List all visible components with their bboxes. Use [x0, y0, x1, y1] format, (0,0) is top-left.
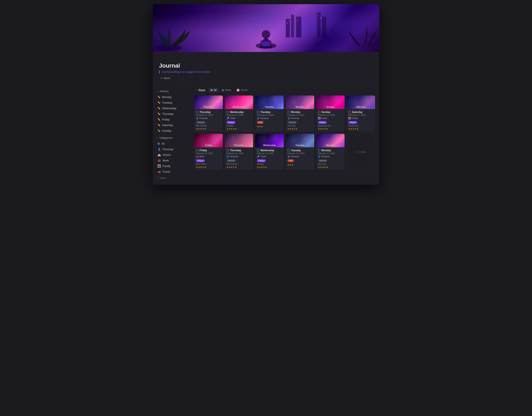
back-button[interactable]: ↩ Back	[159, 76, 172, 80]
card-category: Personal	[227, 155, 252, 158]
week-view-icon: ▦	[222, 89, 224, 91]
sidebar-item-work[interactable]: 💼 Work	[156, 158, 187, 163]
card-monday-2[interactable]: Monday Monday February 12, 2024 Personal…	[316, 134, 345, 170]
card-thursday-1[interactable]: Thursday Thursday February 22, 2024 Pers…	[194, 96, 223, 132]
card-wednesday-2[interactable]: Wednesday Wednesday February 14, 2024 Tr…	[255, 134, 284, 170]
card-body-tuesday-1: Tuesday February 20, 2024 Personal Sad ★…	[255, 109, 284, 129]
sidebar-item-wednesday[interactable]: ✏️ Wednesday	[156, 106, 187, 111]
hero-banner: ✒️	[153, 4, 379, 52]
day-circle	[257, 111, 259, 113]
cards-row-1: Thursday Thursday February 22, 2024 Pers…	[194, 96, 375, 132]
card-mood: Happy	[196, 159, 205, 162]
sidebar-item-thursday[interactable]: ✏️ Thursday	[156, 111, 187, 117]
sidebar-school-label: School	[162, 153, 171, 156]
thumb-label-thursday-2: Thursday	[234, 144, 244, 147]
day-circle	[318, 111, 321, 113]
new-card-button[interactable]: + + New	[347, 134, 375, 170]
travel-icon: 🚗	[158, 170, 161, 173]
card-category: Family	[318, 117, 343, 119]
sidebar-family-label: Family	[162, 165, 171, 168]
person-icon: 👤	[158, 148, 161, 151]
card-tuesday-2[interactable]: Tuesday Tuesday February 13, 2024 Person…	[286, 134, 314, 170]
card-wednesday-1[interactable]: Wednesday Wednesday February 21, 2024 Tr…	[225, 96, 253, 132]
card-note: Shopping Day	[318, 125, 343, 127]
sidebar-all-label: All	[162, 142, 164, 145]
pencil-icon: ✏️	[158, 112, 161, 115]
card-day-name: Saturday	[352, 111, 362, 114]
sidebar-item-all[interactable]: ⊞ All	[156, 141, 187, 146]
svg-rect-9	[318, 16, 319, 16]
card-friday-2[interactable]: Friday Friday February 16, 2024 Work Hap…	[194, 134, 223, 170]
card-stars: ★★★★★	[318, 128, 343, 130]
tab-week-label: Week	[225, 89, 231, 91]
sidebar-item-tuesday[interactable]: ✏️ Tuesday	[156, 100, 187, 105]
card-date: February 16, 2024	[227, 152, 252, 155]
card-thumb-saturday-1: Saturday	[347, 96, 375, 109]
month-view-icon: 📅	[237, 89, 240, 91]
card-thumb-tuesday-2: Tuesday	[286, 134, 314, 147]
tab-week[interactable]: ▦ Week	[220, 88, 233, 92]
card-body-saturday-1: Saturday February 17, 2024 Family Happy …	[347, 109, 375, 132]
day-circle	[287, 111, 290, 113]
svg-rect-10	[320, 18, 321, 19]
sidebar-item-friday[interactable]: ✏️ Friday	[156, 117, 187, 122]
sidebar-item-personal[interactable]: 👤 Personal	[156, 147, 187, 152]
tab-all-label: All	[214, 89, 216, 91]
sidebar-new-label: New	[161, 176, 166, 179]
card-thursday-2[interactable]: Thursday Thursday February 16, 2024 Pers…	[225, 134, 253, 170]
card-mood: Happy	[348, 121, 357, 124]
card-note: Met Friends	[196, 125, 221, 127]
tab-all[interactable]: ⊞ All	[209, 88, 218, 92]
grid-icon: ⊞	[158, 142, 160, 145]
card-thumb-friday-2: Friday	[194, 134, 223, 147]
sidebar-item-school[interactable]: 🏫 School	[156, 152, 187, 158]
card-stars: ★★★★★	[227, 128, 252, 130]
pencil-icon: ✏️	[158, 129, 161, 132]
categories-section-title: Categories	[156, 137, 187, 139]
card-saturday-1[interactable]: Saturday Saturday February 17, 2024 Fami…	[347, 96, 375, 132]
card-stars: ★★★★★	[227, 166, 252, 168]
card-category: Personal	[318, 155, 343, 158]
card-tuesday-1[interactable]: Tuesday Tuesday February 20, 2024 Person…	[255, 96, 284, 132]
sidebar-item-saturday[interactable]: ✏️ Saturday	[156, 122, 187, 128]
sidebar-new-button[interactable]: + New	[156, 175, 187, 180]
day-circle	[318, 149, 321, 152]
card-mood: Neutral	[318, 159, 328, 162]
card-stars: ★★★★★	[348, 128, 373, 130]
card-sunday-1[interactable]: Sunday Sunday February 18, 2024 Family H…	[316, 96, 345, 132]
tab-month[interactable]: 📅 Month	[234, 88, 250, 92]
new-card-label: + New	[358, 150, 366, 154]
sidebar-item-travel[interactable]: 🚗 Travel	[156, 169, 187, 174]
sidebar-sunday-label: Sunday	[162, 129, 171, 132]
card-body-tuesday-2: Tuesday February 13, 2024 Personal Sad ★…	[286, 147, 314, 168]
grid-view-icon: ⊞	[210, 89, 213, 91]
app-container: ✒️ Journal Journal writing is a voyage t…	[153, 4, 379, 185]
card-thumb-thursday-1: Thursday	[194, 96, 223, 109]
svg-point-15	[262, 41, 270, 46]
card-mood: Neutral	[287, 121, 297, 124]
thumb-label-wednesday-2: Wednesday	[263, 144, 276, 147]
card-category: Travel	[227, 117, 252, 119]
card-day-name: Wednesday	[230, 111, 244, 114]
card-stars: ★★★★★	[287, 128, 313, 130]
sidebar-item-sunday[interactable]: ✏️ Sunday	[156, 128, 187, 133]
card-body-thursday-1: Thursday February 22, 2024 Personal Neut…	[194, 109, 223, 132]
page-subtitle: Journal writing is a voyage to the inter…	[159, 70, 373, 73]
sidebar-item-family[interactable]: 👨‍👩‍👧 Family	[156, 163, 187, 169]
card-stars: ★★★★★	[257, 166, 282, 168]
card-day-name: Friday	[200, 149, 207, 152]
card-body-wednesday-1: Wednesday February 21, 2024 Travel Happy…	[225, 109, 253, 132]
sidebar: Actions ✏️ Monday ✏️ Tuesday ✏️ Wednesda…	[153, 88, 190, 180]
card-date: February 18, 2024	[318, 114, 343, 116]
sidebar-item-monday[interactable]: ✏️ Monday	[156, 94, 187, 100]
card-monday-1[interactable]: Monday Monday February 19, 2024 Personal…	[286, 96, 314, 132]
back-label: Back	[164, 77, 170, 80]
card-date: February 21, 2024	[227, 114, 252, 116]
card-day-name: Wednesday	[260, 149, 274, 152]
actions-section-title: Actions	[156, 90, 187, 93]
card-thumb-monday-2: Monday	[316, 134, 345, 147]
content-area: Days ⊞ All ▦ Week 📅 Month	[190, 88, 379, 180]
card-date: February 22, 2024	[196, 114, 221, 116]
day-circle	[257, 149, 259, 152]
back-icon: ↩	[161, 77, 163, 80]
